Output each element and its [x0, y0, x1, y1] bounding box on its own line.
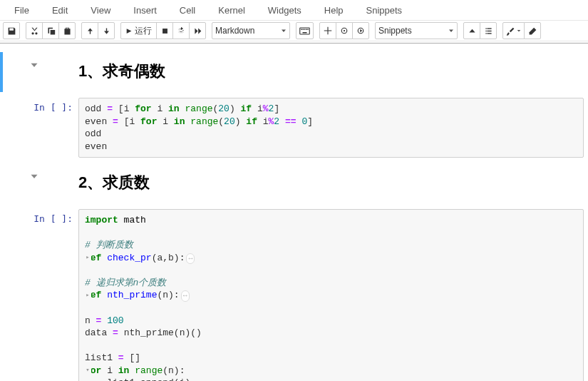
play-icon: [125, 27, 132, 35]
menu-file[interactable]: File: [3, 5, 41, 16]
code-input[interactable]: import math # 判断质数▸def check_pr(a,b):↔ #…: [78, 209, 584, 381]
caret-down-icon: [517, 29, 521, 33]
svg-rect-16: [487, 33, 491, 34]
menu-kernel[interactable]: Kernel: [207, 5, 257, 16]
circle-arrow-icon: [356, 26, 365, 35]
cut-button[interactable]: [26, 22, 43, 39]
markdown-heading: 1、求奇偶数: [78, 61, 584, 82]
cell[interactable]: In [ ]:odd = [i for i in range(20) if i%…: [0, 95, 584, 161]
cell[interactable]: 2、求质数: [0, 163, 584, 203]
svg-rect-6: [307, 29, 309, 30]
brush-button[interactable]: [502, 22, 525, 39]
menu-snippets[interactable]: Snippets: [355, 5, 414, 16]
menu-help[interactable]: Help: [313, 5, 355, 16]
caret-down-icon: [448, 28, 454, 34]
cell[interactable]: 1、求奇偶数: [0, 52, 584, 92]
input-prompt: In [ ]:: [33, 102, 73, 113]
brush-icon: [506, 26, 515, 36]
svg-rect-7: [303, 32, 307, 34]
menubar: File Edit View Insert Cell Kernel Widget…: [0, 0, 588, 20]
collapse-heading-button[interactable]: [30, 61, 38, 69]
collapse-heading-button[interactable]: [30, 172, 38, 181]
menu-widgets[interactable]: Widgets: [257, 5, 313, 16]
caret-down-icon: [281, 28, 287, 34]
svg-rect-12: [487, 28, 491, 29]
menu-view[interactable]: View: [79, 5, 122, 16]
folded-indicator[interactable]: ↔: [186, 253, 195, 265]
folded-indicator[interactable]: ↔: [181, 290, 190, 302]
keyboard-icon: [299, 27, 310, 35]
cell-type-value: Markdown: [215, 26, 254, 36]
svg-rect-1: [300, 28, 310, 34]
svg-rect-14: [487, 30, 491, 31]
menu-cell[interactable]: Cell: [168, 5, 207, 16]
svg-rect-0: [163, 29, 167, 34]
move-down-button[interactable]: [98, 22, 115, 39]
svg-rect-13: [485, 30, 486, 31]
chevron-down-icon: [30, 172, 38, 181]
chevron-down-icon: [30, 61, 38, 69]
nbext-button-1[interactable]: [319, 22, 336, 39]
snippets-value: Snippets: [378, 26, 412, 36]
fold-gutter-marker[interactable]: ▸: [84, 253, 91, 263]
svg-point-9: [344, 30, 345, 31]
chevron-up-icon: [468, 27, 476, 35]
svg-rect-4: [304, 29, 306, 30]
restart-icon: [177, 26, 185, 35]
code-input[interactable]: odd = [i for i in range(20) if i%2]even …: [78, 98, 584, 158]
cut-icon: [30, 26, 39, 36]
notebook-container: 1、求奇偶数In [ ]:odd = [i for i in range(20)…: [0, 44, 588, 381]
cell-type-select[interactable]: Markdown: [212, 22, 290, 39]
nbext-button-2[interactable]: [336, 22, 353, 39]
toc-list-button[interactable]: [480, 22, 497, 39]
run-button[interactable]: 运行: [120, 22, 157, 39]
menu-edit[interactable]: Edit: [41, 5, 79, 16]
markdown-heading: 2、求质数: [78, 172, 584, 193]
stop-icon: [161, 27, 169, 35]
toolbar: 运行 Markdown Snippets: [0, 20, 588, 41]
svg-rect-15: [485, 33, 486, 34]
command-palette-button[interactable]: [296, 22, 314, 39]
toc-up-button[interactable]: [463, 22, 480, 39]
svg-rect-11: [485, 28, 486, 29]
arrow-up-icon: [86, 27, 94, 35]
svg-rect-5: [306, 29, 307, 30]
paste-button[interactable]: [58, 22, 76, 39]
crosshair-icon: [324, 26, 332, 35]
target-icon: [340, 26, 349, 35]
eraser-icon: [528, 26, 537, 36]
eraser-button[interactable]: [524, 22, 541, 39]
fold-gutter-marker[interactable]: ▸: [84, 290, 91, 300]
copy-button[interactable]: [42, 22, 59, 39]
svg-rect-2: [301, 29, 302, 30]
fast-forward-icon: [193, 27, 202, 35]
list-icon: [484, 27, 493, 35]
snippets-select[interactable]: Snippets: [375, 22, 458, 39]
interrupt-button[interactable]: [156, 22, 173, 39]
svg-rect-3: [303, 29, 304, 30]
arrow-down-icon: [103, 27, 110, 35]
restart-run-all-button[interactable]: [189, 22, 206, 39]
input-prompt: In [ ]:: [33, 213, 73, 224]
move-up-button[interactable]: [81, 22, 98, 39]
restart-button[interactable]: [172, 22, 190, 39]
save-icon: [7, 26, 16, 36]
cell[interactable]: In [ ]:import math # 判断质数▸def check_pr(a…: [0, 206, 584, 381]
fold-gutter-marker[interactable]: ▾: [84, 366, 91, 375]
save-button[interactable]: [3, 22, 20, 39]
run-label: 运行: [135, 25, 152, 37]
nbext-button-3[interactable]: [352, 22, 369, 39]
copy-icon: [46, 26, 56, 36]
paste-icon: [63, 26, 72, 36]
menu-insert[interactable]: Insert: [122, 5, 168, 16]
